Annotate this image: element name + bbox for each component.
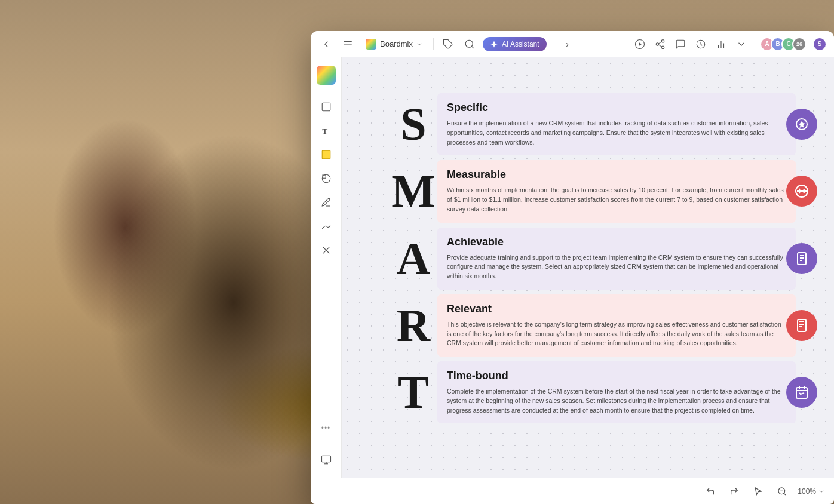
heading-measurable: Measurable xyxy=(447,168,786,181)
svg-rect-17 xyxy=(322,103,330,111)
boardmix-logo-icon xyxy=(366,39,376,50)
note-tool[interactable] xyxy=(315,144,337,165)
text-specific: Ensure the implementation of a new CRM s… xyxy=(447,119,786,147)
smart-section-achievable: A Achievable Provide adequate training a… xyxy=(390,228,796,290)
text-achievable: Provide adequate training and support to… xyxy=(447,253,786,281)
text-timebound: Complete the implementation of the CRM s… xyxy=(447,387,786,415)
toolbar-right: A B C 26 S xyxy=(631,36,827,53)
back-button[interactable] xyxy=(318,36,335,53)
smart-goals-content: S Specific Ensure the implementation of … xyxy=(390,93,796,428)
heading-specific: Specific xyxy=(447,102,786,114)
smart-section-timebound: T Time-bound Complete the implementation… xyxy=(390,361,796,423)
card-timebound: Time-bound Complete the implementation o… xyxy=(437,361,796,423)
svg-rect-24 xyxy=(321,456,330,462)
search-button[interactable] xyxy=(461,36,478,53)
svg-line-5 xyxy=(471,46,473,48)
play-button[interactable] xyxy=(631,36,648,53)
color-picker-tool[interactable] xyxy=(315,64,337,86)
svg-point-10 xyxy=(661,46,664,49)
svg-line-11 xyxy=(658,45,661,47)
svg-point-9 xyxy=(656,42,659,45)
card-measurable: Measurable Within six months of implemen… xyxy=(437,160,796,222)
heading-timebound: Time-bound xyxy=(447,370,786,382)
cursor-button[interactable] xyxy=(750,483,766,500)
sidebar-sep-1 xyxy=(318,91,335,91)
card-achievable: Achievable Provide adequate training and… xyxy=(437,228,796,290)
browser-window: Boardmix AI Assistant › xyxy=(311,31,834,504)
svg-marker-7 xyxy=(639,42,642,46)
svg-rect-35 xyxy=(796,388,807,398)
svg-line-40 xyxy=(784,493,786,495)
svg-text:T: T xyxy=(322,127,327,136)
timer-button[interactable] xyxy=(692,36,709,53)
frame-tool[interactable] xyxy=(315,96,337,118)
current-user-avatar: S xyxy=(812,37,827,51)
toolbar-divider-3 xyxy=(755,38,755,50)
text-tool[interactable]: T xyxy=(315,120,337,142)
sidebar-bottom: ••• xyxy=(315,417,337,471)
canvas-area[interactable]: S Specific Ensure the implementation of … xyxy=(342,57,834,478)
badge-specific xyxy=(786,109,817,140)
letter-col-t: T xyxy=(390,361,437,423)
comment-button[interactable] xyxy=(672,36,689,53)
avatar-stack: A B C 26 xyxy=(760,37,807,51)
badge-measurable xyxy=(786,176,817,207)
letter-t: T xyxy=(398,369,429,416)
letter-m: M xyxy=(391,168,436,214)
svg-line-12 xyxy=(658,41,661,43)
share-button[interactable] xyxy=(652,36,669,53)
boardmix-label: Boardmix xyxy=(380,39,413,48)
connector-tool[interactable] xyxy=(315,239,337,261)
text-relevant: This objective is relevant to the compan… xyxy=(447,320,786,348)
color-picker-icon xyxy=(317,66,336,85)
heading-achievable: Achievable xyxy=(447,236,786,248)
boardmix-logo[interactable]: Boardmix xyxy=(361,36,427,52)
pen-tool[interactable] xyxy=(315,192,337,213)
svg-point-4 xyxy=(465,40,473,47)
letter-col-s: S xyxy=(390,93,437,155)
zoom-out-button[interactable] xyxy=(774,483,790,500)
letter-a: A xyxy=(397,235,430,282)
ai-assistant-label: AI Assistant xyxy=(502,40,539,48)
more-options-button[interactable] xyxy=(733,36,750,53)
smart-section-measurable: M Measurable Within six months of implem… xyxy=(390,160,796,222)
left-sidebar: T ••• xyxy=(311,57,342,478)
letter-r: R xyxy=(397,302,430,349)
letter-col-r: R xyxy=(390,294,437,357)
sidebar-sep-2 xyxy=(318,444,335,444)
ai-assistant-button[interactable]: AI Assistant xyxy=(483,37,547,51)
card-specific: Specific Ensure the implementation of a … xyxy=(437,93,796,155)
chart-button[interactable] xyxy=(713,36,729,53)
toolbar-divider-1 xyxy=(433,38,434,50)
svg-point-20 xyxy=(322,174,330,183)
settings-tool[interactable] xyxy=(315,449,337,471)
badge-timebound xyxy=(786,377,817,408)
letter-s: S xyxy=(400,101,426,147)
more-tools-button[interactable]: ••• xyxy=(315,417,337,439)
letter-col-m: M xyxy=(390,160,437,222)
toolbar-divider-2 xyxy=(553,38,553,50)
more-button[interactable]: › xyxy=(559,36,576,53)
smart-section-relevant: R Relevant This objective is relevant to… xyxy=(390,294,796,357)
svg-point-8 xyxy=(661,39,664,42)
menu-button[interactable] xyxy=(339,36,356,53)
letter-col-a: A xyxy=(390,228,437,290)
smart-section-specific: S Specific Ensure the implementation of … xyxy=(390,93,796,155)
zoom-display[interactable]: 100% xyxy=(798,487,824,496)
undo-button[interactable] xyxy=(702,483,719,500)
heading-relevant: Relevant xyxy=(447,303,786,315)
draw-tool[interactable] xyxy=(315,216,337,237)
avatar-count: 26 xyxy=(792,37,807,51)
browser-body: T ••• xyxy=(311,57,834,478)
badge-relevant xyxy=(786,310,817,341)
card-relevant: Relevant This objective is relevant to t… xyxy=(437,294,796,357)
shape-tool[interactable] xyxy=(315,168,337,189)
browser-toolbar: Boardmix AI Assistant › xyxy=(311,31,834,57)
tag-button[interactable] xyxy=(440,36,456,53)
text-measurable: Within six months of implementation, the… xyxy=(447,186,786,214)
svg-rect-19 xyxy=(322,150,330,159)
bottom-bar: 100% xyxy=(311,478,834,504)
badge-achievable xyxy=(786,243,817,274)
zoom-level: 100% xyxy=(798,487,816,496)
redo-button[interactable] xyxy=(726,483,743,500)
